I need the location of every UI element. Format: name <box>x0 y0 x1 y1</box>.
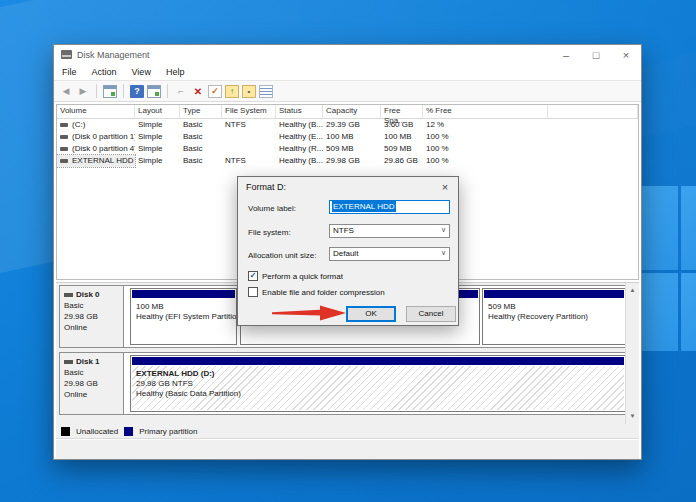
volume-name-cell: (Disk 0 partition 4) <box>57 143 135 155</box>
ok-button[interactable]: OK <box>346 306 396 322</box>
launch-tool-icon[interactable]: ⌐ <box>174 85 188 98</box>
primary-partition-band <box>132 290 235 298</box>
action-pane-icon[interactable] <box>147 85 161 98</box>
title-bar[interactable]: Disk Management – □ × <box>54 45 641 64</box>
pct-free-cell: 12 % <box>423 119 548 131</box>
dialog-close-icon[interactable]: × <box>432 181 458 193</box>
pct-free-cell: 100 % <box>423 143 548 155</box>
menu-action[interactable]: Action <box>92 67 117 77</box>
disk-icon <box>64 293 73 297</box>
volume-label-label: Volume label: <box>248 204 296 213</box>
free-space-cell: 509 MB <box>381 143 423 155</box>
checkbox-checked-icon[interactable]: ✓ <box>248 271 258 281</box>
checkbox-unchecked-icon[interactable] <box>248 287 258 297</box>
type-cell: Basic <box>180 131 222 143</box>
allocation-select[interactable]: Default ∨ <box>329 247 450 261</box>
table-row[interactable]: (C:) Simple Basic NTFS Healthy (B... 29.… <box>57 119 638 131</box>
compression-checkbox-row[interactable]: Enable file and folder compression <box>248 287 385 297</box>
menu-file[interactable]: File <box>62 67 77 77</box>
volume-icon <box>60 147 68 151</box>
pct-free-cell: 100 % <box>423 131 548 143</box>
capacity-cell: 29.39 GB <box>323 119 381 131</box>
quick-format-label: Perform a quick format <box>262 272 343 281</box>
layout-cell: Simple <box>135 131 180 143</box>
layout-cell: Simple <box>135 155 180 167</box>
windows-logo-pane <box>641 186 678 270</box>
disk-management-app-icon <box>61 50 72 59</box>
volume-icon <box>60 159 68 163</box>
properties-icon[interactable] <box>259 85 273 98</box>
col-file-system[interactable]: File System <box>222 105 276 118</box>
disk-1-header[interactable]: Disk 1 Basic 29.98 GB Online <box>60 353 124 414</box>
scroll-down-icon[interactable]: ▼ <box>627 410 638 423</box>
volume-icon <box>60 123 68 127</box>
delete-volume-icon[interactable]: ✕ <box>191 85 205 98</box>
col-capacity[interactable]: Capacity <box>323 105 381 118</box>
status-cell: Healthy (R... <box>276 143 323 155</box>
extend-volume-icon[interactable]: ↑ <box>225 85 239 98</box>
disk0-partition-efi[interactable]: 100 MBHealthy (EFI System Partition) <box>130 288 237 345</box>
disk-icon <box>64 360 73 364</box>
disk0-partition-recovery[interactable]: 509 MBHealthy (Recovery Partition) <box>482 288 626 345</box>
vertical-scrollbar[interactable]: ▲ ▼ <box>625 283 639 424</box>
fs-cell: NTFS <box>222 155 276 167</box>
table-row-selected[interactable]: EXTERNAL HDD (D:) Simple Basic NTFS Heal… <box>57 155 638 167</box>
maximize-button[interactable]: □ <box>581 45 611 64</box>
col-layout[interactable]: Layout <box>135 105 180 118</box>
file-system-select[interactable]: NTFS ∨ <box>329 224 450 238</box>
fs-cell <box>222 131 276 143</box>
free-space-cell: 29.86 GB <box>381 155 423 167</box>
disk-1-row: Disk 1 Basic 29.98 GB Online EXTERNAL HD… <box>59 352 627 415</box>
col-status[interactable]: Status <box>276 105 323 118</box>
primary-partition-band <box>132 357 624 365</box>
disk-0-header[interactable]: Disk 0 Basic 29.98 GB Online <box>60 286 124 347</box>
annotation-arrow-icon <box>270 302 350 324</box>
dialog-title-bar[interactable]: Format D: × <box>238 177 458 197</box>
capacity-cell: 29.98 GB <box>323 155 381 167</box>
free-space-cell: 3.60 GB <box>381 119 423 131</box>
legend-primary-label: Primary partition <box>139 427 197 436</box>
minimize-button[interactable]: – <box>551 45 581 64</box>
toolbar-separator <box>167 84 168 98</box>
table-row[interactable]: (Disk 0 partition 1) Simple Basic Health… <box>57 131 638 143</box>
mark-partition-icon[interactable]: ✓ <box>208 85 222 98</box>
menu-help[interactable]: Help <box>166 67 185 77</box>
volume-icon <box>60 135 68 139</box>
scroll-up-icon[interactable]: ▲ <box>627 284 638 297</box>
pct-free-cell: 100 % <box>423 155 548 167</box>
disk1-partition-external-hdd[interactable]: EXTERNAL HDD (D:)29.98 GB NTFSHealthy (B… <box>130 355 626 412</box>
status-bar <box>56 440 639 459</box>
toolbar-separator <box>123 84 124 98</box>
close-button[interactable]: × <box>611 45 641 64</box>
file-system-label: File system: <box>248 228 291 237</box>
cancel-button[interactable]: Cancel <box>406 306 456 322</box>
col-type[interactable]: Type <box>180 105 222 118</box>
type-cell: Basic <box>180 143 222 155</box>
col-free-space[interactable]: Free Spa... <box>381 105 423 118</box>
chevron-down-icon: ∨ <box>441 226 446 234</box>
volume-label-input[interactable]: EXTERNAL HDD <box>329 200 450 214</box>
free-space-cell: 100 MB <box>381 131 423 143</box>
back-icon[interactable]: ◀ <box>59 85 73 98</box>
volume-name-cell: EXTERNAL HDD (D:) <box>57 155 135 167</box>
menu-view[interactable]: View <box>132 67 151 77</box>
primary-partition-band <box>484 290 624 298</box>
capacity-cell: 509 MB <box>323 143 381 155</box>
legend-unallocated-label: Unallocated <box>76 427 118 436</box>
help-icon[interactable]: ? <box>130 85 144 98</box>
col-volume[interactable]: Volume <box>57 105 135 118</box>
selected-text: EXTERNAL HDD <box>332 201 396 212</box>
col-pct-free[interactable]: % Free <box>423 105 548 118</box>
status-cell: Healthy (B... <box>276 119 323 131</box>
windows-logo-pane <box>681 273 696 351</box>
quick-format-checkbox-row[interactable]: ✓ Perform a quick format <box>248 271 343 281</box>
capacity-cell: 100 MB <box>323 131 381 143</box>
fs-cell: NTFS <box>222 119 276 131</box>
change-letter-icon[interactable]: • <box>242 85 256 98</box>
status-cell: Healthy (B... <box>276 155 323 167</box>
forward-icon[interactable]: ▶ <box>76 85 90 98</box>
window-controls: – □ × <box>551 45 641 64</box>
table-row[interactable]: (Disk 0 partition 4) Simple Basic Health… <box>57 143 638 155</box>
fs-cell <box>222 143 276 155</box>
console-window-icon[interactable] <box>103 85 117 98</box>
